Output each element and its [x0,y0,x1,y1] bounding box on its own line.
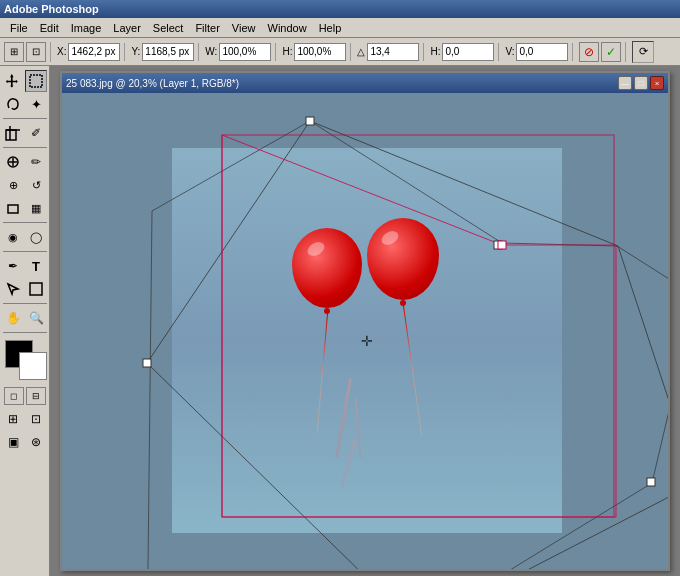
transform-mode-btn-2[interactable]: ⊡ [26,42,46,62]
tool-row-6: ▦ [2,197,47,219]
menu-edit[interactable]: Edit [34,20,65,36]
hand-tool[interactable]: ✋ [2,307,24,329]
y-position-group: Y: 1168,5 px [131,43,199,61]
path-select-tool[interactable] [2,278,24,300]
h-shear-group: H: 0,0 [430,43,499,61]
svg-line-13 [618,246,668,483]
menu-view[interactable]: View [226,20,262,36]
rotation-group: △ 13,4 [357,43,424,61]
h-shear-input[interactable]: 0,0 [442,43,494,61]
document-title: 25 083.jpg @ 20,3% (Layer 1, RGB/8*) [66,78,239,89]
menu-image[interactable]: Image [65,20,108,36]
w-size-group: W: 100,0% [205,43,276,61]
balloon-scene: ✛ [172,148,562,533]
balloon-left-string [316,314,327,434]
document-title-bar: 25 083.jpg @ 20,3% (Layer 1, RGB/8*) — □… [62,73,668,93]
tool-row-1 [2,70,47,92]
warp-btn[interactable]: ⟳ [632,41,654,63]
color-swatches[interactable] [3,340,47,380]
magic-wand-tool[interactable]: ✦ [25,93,47,115]
transform-mode-btn-1[interactable]: ⊞ [4,42,24,62]
x-input[interactable]: 1462,2 px [68,43,120,61]
menu-bar: File Edit Image Layer Select Filter View… [0,18,680,38]
history-brush-tool[interactable]: ↺ [25,174,47,196]
eraser-tool[interactable] [2,197,24,219]
h-label: H: [282,46,292,57]
v-shear-group: V: 0,0 [505,43,573,61]
svg-rect-22 [306,117,314,125]
extra-tool-4[interactable]: ⊛ [25,431,47,453]
text-tool[interactable]: T [25,255,47,277]
w-label: W: [205,46,217,57]
maximize-button[interactable]: □ [634,76,648,90]
menu-window[interactable]: Window [262,20,313,36]
balloon-left [292,228,362,434]
balloon-left-body [292,228,362,308]
w-input[interactable]: 100,0% [219,43,271,61]
options-bar: ⊞ ⊡ X: 1462,2 px Y: 1168,5 px W: 100,0% … [0,38,680,66]
close-button[interactable]: × [650,76,664,90]
background-color[interactable] [19,352,47,380]
balloon-right [367,218,439,436]
fill-tool[interactable]: ▦ [25,197,47,219]
tool-row-3: ✐ [2,122,47,144]
y-input[interactable]: 1168,5 px [142,43,194,61]
balloon-right-body [367,218,439,300]
zoom-tool[interactable]: 🔍 [25,307,47,329]
screen-mode[interactable]: ⊟ [26,387,46,405]
tool-separator-1 [3,118,47,119]
x-position-group: X: 1462,2 px [57,43,125,61]
toolbox: ✦ ✐ ✏ ⊕ ↺ [0,66,50,576]
menu-filter[interactable]: Filter [189,20,225,36]
minimize-button[interactable]: — [618,76,632,90]
svg-rect-25 [143,359,151,367]
eyedropper-tool[interactable]: ✐ [25,122,47,144]
svg-rect-8 [8,205,18,213]
tool-row-extra2: ▣ ⊛ [2,431,47,453]
menu-layer[interactable]: Layer [107,20,147,36]
cancel-transform-btn[interactable]: ⊘ [579,42,599,62]
menu-select[interactable]: Select [147,20,190,36]
tool-separator-4 [3,251,47,252]
v-shear-label: V: [505,46,514,57]
tool-row-7: ◉ ◯ [2,226,47,248]
extra-tool-2[interactable]: ⊡ [25,408,47,430]
quick-mask-mode[interactable]: ◻ [4,387,24,405]
heal-tool[interactable] [2,151,24,173]
shape-tool[interactable] [25,278,47,300]
tool-separator-5 [3,303,47,304]
h-input[interactable]: 100,0% [294,43,346,61]
rot-input[interactable]: 13,4 [367,43,419,61]
document-window: 25 083.jpg @ 20,3% (Layer 1, RGB/8*) — □… [60,71,670,571]
mode-buttons: ◻ ⊟ [4,387,46,405]
lasso-tool[interactable] [2,93,24,115]
extra-tool-1[interactable]: ⊞ [2,408,24,430]
pen-tool[interactable]: ✒ [2,255,24,277]
window-controls: — □ × [618,76,664,90]
image-canvas: ✛ [172,148,562,533]
v-shear-input[interactable]: 0,0 [516,43,568,61]
clone-tool[interactable]: ⊕ [2,174,24,196]
extra-tool-3[interactable]: ▣ [2,431,24,453]
menu-help[interactable]: Help [313,20,348,36]
brush-tool[interactable]: ✏ [25,151,47,173]
balloon-right-string [403,306,422,435]
x-label: X: [57,46,66,57]
svg-marker-0 [6,74,18,88]
menu-file[interactable]: File [4,20,34,36]
marquee-tool[interactable] [25,70,47,92]
crop-tool[interactable] [2,122,24,144]
y-label: Y: [131,46,140,57]
app-title-bar: Adobe Photoshop [0,0,680,18]
move-tool[interactable] [2,70,24,92]
tool-row-9 [2,278,47,300]
confirm-transform-btn[interactable]: ✓ [601,42,621,62]
tool-row-extra: ⊞ ⊡ [2,408,47,430]
dodge-tool[interactable]: ◯ [25,226,47,248]
h-shear-label: H: [430,46,440,57]
confirm-cancel-group: ⊘ ✓ [579,42,626,62]
app-title: Adobe Photoshop [4,3,99,15]
tool-row-4: ✏ [2,151,47,173]
blur-tool[interactable]: ◉ [2,226,24,248]
tool-separator-2 [3,147,47,148]
